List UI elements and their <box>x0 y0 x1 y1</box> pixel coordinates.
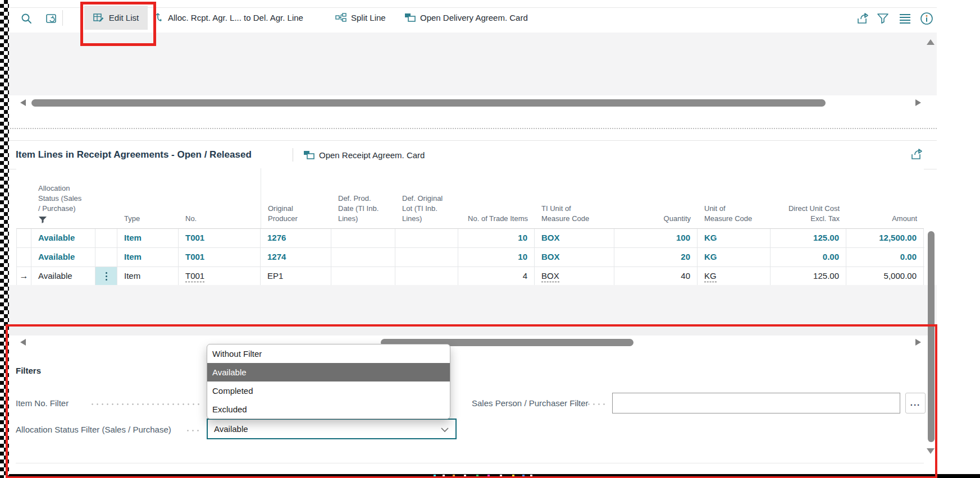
cell-amount[interactable]: 5,000.00 <box>846 267 924 286</box>
cell-status[interactable]: Available <box>31 229 95 247</box>
filter-funnel-icon[interactable] <box>877 13 889 24</box>
cell-value: 125.00 <box>813 271 839 281</box>
cell-ti_uom[interactable]: BOX <box>535 267 614 286</box>
column-header-def_orig_lot[interactable]: Def. Original Lot (TI Inb. Lines) <box>395 168 458 228</box>
sales-person-more-button[interactable]: ... <box>905 393 926 413</box>
cell-value: Item <box>124 252 142 261</box>
table-row[interactable]: AvailableItemT001127610BOX100KG125.0012,… <box>17 229 924 248</box>
cell-type[interactable]: Item <box>117 248 179 266</box>
cell-type[interactable]: Item <box>117 229 179 247</box>
allocation-status-select[interactable]: Available <box>207 419 457 439</box>
column-filter-funnel-icon[interactable] <box>38 216 47 224</box>
column-header-sel[interactable] <box>16 168 31 228</box>
edit-list-button[interactable]: Edit List <box>84 6 148 30</box>
cell-qty[interactable]: 100 <box>614 229 698 247</box>
cell-ti_uom[interactable]: BOX <box>535 229 614 247</box>
column-header-producer[interactable]: Original Producer <box>261 168 331 228</box>
column-header-amount[interactable]: Amount <box>846 168 924 228</box>
alloc-button[interactable]: Alloc. Rcpt. Agr. L... to Del. Agr. Line <box>153 8 303 27</box>
split-line-button[interactable]: Split Line <box>335 8 386 27</box>
dropdown-option[interactable]: Available <box>207 363 450 382</box>
open-delivery-card-button[interactable]: Open Delivery Agreem. Card <box>404 8 528 27</box>
hscroll1-thumb[interactable] <box>31 99 826 107</box>
cell-def_orig_lot[interactable] <box>395 229 458 247</box>
dropdown-option[interactable]: Excluded <box>207 400 450 419</box>
cell-uom[interactable]: KG <box>698 248 771 266</box>
cell-trade_items[interactable]: 10 <box>458 248 535 266</box>
column-header-gap[interactable] <box>95 168 117 228</box>
cell-gap[interactable] <box>95 229 117 247</box>
current-row-arrow[interactable]: → <box>17 267 31 286</box>
vscroll-thumb[interactable] <box>928 231 935 442</box>
cell-amount[interactable]: 0.00 <box>846 248 924 266</box>
cell-value: T001 <box>185 252 204 261</box>
focus-mode-icon[interactable] <box>45 12 57 25</box>
cell-def_prod_date[interactable] <box>331 267 395 286</box>
column-header-uom[interactable]: Unit of Measure Code <box>698 168 771 228</box>
hscroll2-left-arrow[interactable] <box>20 339 26 346</box>
column-header-ti_uom[interactable]: TI Unit of Measure Code <box>535 168 614 228</box>
cell-qty[interactable]: 40 <box>614 267 698 286</box>
hscroll2-right-arrow[interactable] <box>915 339 921 346</box>
cell-sel[interactable] <box>17 248 31 266</box>
cell-cost[interactable]: 0.00 <box>771 248 846 266</box>
cell-cost[interactable]: 125.00 <box>771 267 846 286</box>
cell-gap[interactable] <box>95 248 117 266</box>
cell-def_orig_lot[interactable] <box>395 267 458 286</box>
cell-sel[interactable] <box>17 229 31 247</box>
column-header-cost[interactable]: Direct Unit Cost Excl. Tax <box>771 168 846 228</box>
cell-producer[interactable]: EP1 <box>261 267 331 286</box>
cell-trade_items[interactable]: 4 <box>458 267 535 286</box>
column-header-no[interactable]: No. <box>179 168 261 228</box>
cell-producer[interactable]: 1274 <box>261 248 331 266</box>
cell-status[interactable]: Available <box>31 248 95 266</box>
cell-qty[interactable]: 20 <box>614 248 698 266</box>
cell-def_orig_lot[interactable] <box>395 248 458 266</box>
cell-status[interactable]: Available <box>31 267 95 286</box>
table-row[interactable]: →AvailableItemT001EP14BOX40KG125.005,000… <box>17 267 924 286</box>
share-icon[interactable] <box>856 12 870 25</box>
cell-type[interactable]: Item <box>117 267 179 286</box>
vscroll-down-arrow[interactable] <box>927 448 935 454</box>
table-body: AvailableItemT001127610BOX100KG125.0012,… <box>16 229 924 286</box>
dropdown-option[interactable]: Without Filter <box>207 344 450 363</box>
section-divider <box>293 148 293 162</box>
hscroll1-right-arrow[interactable] <box>915 99 921 106</box>
row-options-button[interactable] <box>95 267 117 286</box>
share-icon[interactable] <box>910 148 924 161</box>
pixel-noise <box>530 475 532 476</box>
allocation-status-dropdown: Without FilterAvailableCompletedExcluded <box>207 344 450 419</box>
open-receipt-card-button[interactable]: Open Receipt Agreem. Card <box>303 145 425 164</box>
hscroll1-left-arrow[interactable] <box>20 99 26 106</box>
column-header-qty[interactable]: Quantity <box>614 168 698 228</box>
cell-producer[interactable]: 1276 <box>261 229 331 247</box>
split-line-label: Split Line <box>351 13 386 22</box>
alloc-label: Alloc. Rcpt. Agr. L... to Del. Agr. Line <box>168 13 303 22</box>
cell-trade_items[interactable]: 10 <box>458 229 535 247</box>
cell-value: 10 <box>518 252 527 261</box>
cell-def_prod_date[interactable] <box>331 248 395 266</box>
column-header-status[interactable]: Allocation Status (Sales / Purchase) <box>31 168 95 228</box>
search-icon[interactable] <box>20 12 33 25</box>
cell-def_prod_date[interactable] <box>331 229 395 247</box>
column-header-trade_items[interactable]: No. of Trade Items <box>458 168 535 228</box>
pixel-noise <box>443 475 445 476</box>
cell-uom[interactable]: KG <box>698 267 771 286</box>
cell-uom[interactable]: KG <box>698 229 771 247</box>
chevron-down-icon <box>441 428 449 433</box>
cell-no[interactable]: T001 <box>179 267 261 286</box>
column-header-label: Quantity <box>664 214 691 224</box>
vscroll-up-arrow[interactable] <box>927 39 935 45</box>
table-row[interactable]: AvailableItemT001127410BOX20KG0.000.00 <box>17 248 924 267</box>
cell-no[interactable]: T001 <box>179 248 261 266</box>
cell-ti_uom[interactable]: BOX <box>535 248 614 266</box>
column-header-def_prod_date[interactable]: Def. Prod. Date (TI Inb. Lines) <box>331 168 395 228</box>
info-icon[interactable] <box>919 11 934 26</box>
cell-amount[interactable]: 12,500.00 <box>846 229 924 247</box>
cell-no[interactable]: T001 <box>179 229 261 247</box>
dropdown-option[interactable]: Completed <box>207 382 450 400</box>
list-icon[interactable] <box>899 13 911 24</box>
sales-person-filter-input[interactable] <box>612 393 900 413</box>
cell-cost[interactable]: 125.00 <box>771 229 846 247</box>
column-header-type[interactable]: Type <box>117 168 179 228</box>
